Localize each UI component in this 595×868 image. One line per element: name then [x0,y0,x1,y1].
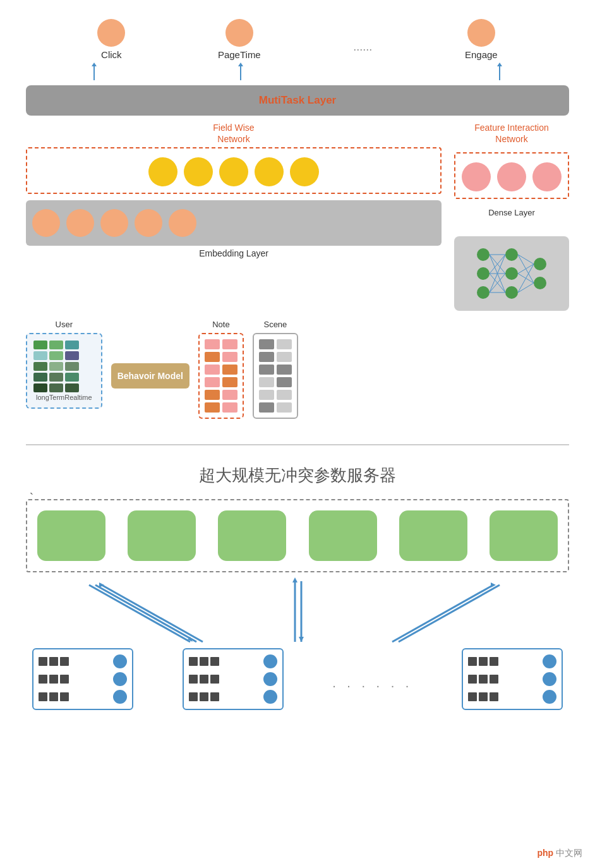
user-section: User [26,320,102,409]
msq20 [479,657,488,666]
worker-row-2 [39,672,127,686]
svg-point-12 [534,258,546,270]
yellow-circles-row [33,157,434,186]
svg-point-11 [505,286,518,299]
gc12 [65,373,79,382]
msq9 [60,692,69,701]
behavior-model: Behavoir Model [111,363,189,389]
msq3 [60,657,69,666]
click-circle [97,19,125,47]
worker-machine-3 [462,648,563,710]
worker-row-1 [39,654,127,668]
svg-line-32 [89,585,190,642]
msq14 [200,675,208,684]
gc7 [33,362,47,371]
svg-point-10 [505,267,518,280]
msq7 [39,692,47,701]
mini-squares-9 [468,692,498,701]
dense-layer-box [454,236,569,311]
nc6 [222,365,237,375]
sc5 [259,365,274,375]
pagetime-label: PageTime [218,49,261,60]
worker2-row-1 [189,654,277,668]
mc8 [543,672,556,686]
server-block-6 [490,510,558,561]
neural-network-svg [471,245,553,302]
right-section: Feature InteractionNetwork Dense Layer [454,122,569,311]
mc7 [543,654,556,668]
sc12 [277,402,292,413]
mc9 [543,690,556,704]
nc2 [222,339,237,349]
feature-interaction-section: Feature InteractionNetwork [454,122,569,199]
salmon-circle-5 [169,209,196,237]
yellow-circle-2 [184,157,213,186]
note-box [198,333,244,419]
mini-squares-7 [468,657,498,666]
bottom-title: 超大规模无冲突参数服务器 [26,464,569,486]
mini-squares-3 [39,692,69,701]
nc7 [205,377,220,387]
scene-grid [259,339,292,413]
msq25 [468,692,477,701]
scene-box [253,333,298,419]
yellow-circle-3 [219,157,248,186]
svg-line-38 [392,585,493,642]
svg-marker-3 [238,63,243,66]
msq6 [60,675,69,684]
worker-dots: · · · · · · [332,666,412,693]
worker-row: · · · · · · [26,648,569,710]
user-label: User [26,320,102,329]
salmon-circle-2 [66,209,94,237]
longterm-label: longTerm [36,394,64,401]
svg-point-7 [477,267,490,280]
mini-squares-2 [39,675,69,684]
msq10 [189,657,198,666]
top-diagram: Click PageTime ...... Engage MutiTask La… [26,19,569,419]
embedding-bar [26,200,442,246]
server-block-5 [399,510,467,561]
arrows-svg [26,572,569,648]
multitask-label: MutiTask Layer [259,94,337,106]
gc6 [65,351,79,360]
gc1 [33,341,47,349]
msq18 [210,692,219,701]
msq1 [39,657,47,666]
pink-circle-1 [462,162,491,191]
pagetime-node: PageTime [218,19,261,60]
nc8 [222,377,237,387]
worker-row-3 [39,690,127,704]
pink-circle-2 [497,162,526,191]
mini-squares-6 [189,692,219,701]
nc10 [222,390,237,400]
multitask-bar: MutiTask Layer [26,85,569,116]
mc5 [263,672,277,686]
sc3 [259,352,274,362]
gc3 [65,341,79,349]
mc2 [113,672,127,686]
msq15 [210,675,219,684]
scene-section: Scene [253,320,298,419]
msq4 [39,675,47,684]
msq11 [200,657,208,666]
msq23 [479,675,488,684]
yellow-circle-1 [148,157,177,186]
msq21 [490,657,498,666]
gc15 [65,383,79,392]
svg-marker-1 [92,63,97,66]
arrows-to-multitask [26,63,569,81]
output-row: Click PageTime ...... Engage [26,19,569,60]
svg-marker-35 [292,577,298,582]
gc4 [33,351,47,360]
msq26 [479,692,488,701]
msq5 [49,675,58,684]
nc4 [222,352,237,362]
click-node: Click [97,19,125,60]
dense-label: Dense Layer [454,208,569,217]
msq17 [200,692,208,701]
gc8 [49,362,63,371]
nc3 [205,352,220,362]
server-block-3 [218,510,286,561]
mini-squares-5 [189,675,219,684]
mini-squares-4 [189,657,219,666]
